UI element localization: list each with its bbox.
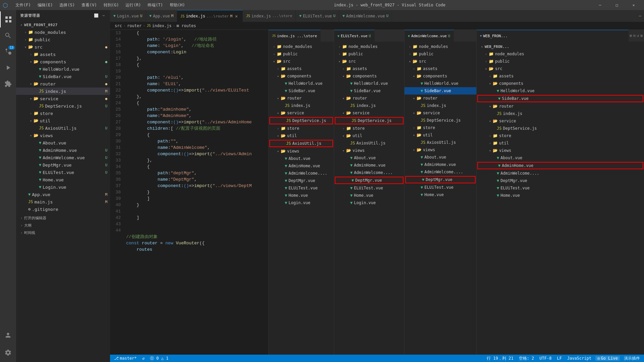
position-status[interactable]: 行 19，列 21 bbox=[485, 356, 515, 361]
tree-item-login[interactable]: ▼ Login.vue bbox=[16, 183, 110, 191]
list-item[interactable]: › 📁 store bbox=[334, 125, 404, 132]
breadcrumb-part[interactable]: src bbox=[115, 23, 122, 28]
list-item[interactable]: › 📁 store bbox=[405, 124, 476, 131]
search-icon[interactable] bbox=[0, 27, 16, 44]
panel-tab-store[interactable]: JS index.js ...\store bbox=[269, 30, 321, 42]
new-file-icon[interactable]: ⬜ bbox=[93, 13, 100, 18]
list-item[interactable]: › 📁 assets bbox=[269, 65, 334, 72]
menu-goto[interactable]: 转到(G) bbox=[102, 2, 121, 9]
list-item-axiosutil-highlight[interactable]: JS AxiosUtil.js bbox=[269, 140, 333, 147]
tree-item-deptmgr[interactable]: ▼ DeptMgr.vue U bbox=[16, 161, 110, 169]
list-item[interactable]: ▼ About.vue bbox=[269, 155, 334, 162]
list-item[interactable]: ▼ About.vue bbox=[405, 154, 476, 161]
list-item[interactable]: ▼ HelloWorld.vue bbox=[269, 80, 334, 87]
list-item[interactable]: ▼ AdminHome.vue bbox=[269, 162, 334, 170]
list-item[interactable]: ▼ About.vue bbox=[477, 154, 644, 162]
list-item[interactable]: ▼ ELUiTest.vue bbox=[334, 184, 404, 192]
list-item[interactable]: ▾ 📂 views bbox=[269, 147, 334, 155]
tree-item-outline[interactable]: › 大纲 bbox=[16, 222, 110, 229]
list-item[interactable]: › 📁 store bbox=[477, 132, 644, 139]
breadcrumb-part[interactable]: index.js bbox=[152, 23, 172, 28]
tree-item-sidebar-vue[interactable]: ▼ SideBar.vue U bbox=[16, 73, 110, 80]
tab-app-vue[interactable]: ▼ App.vue M bbox=[146, 10, 177, 22]
breadcrumb-part[interactable]: router bbox=[127, 23, 142, 28]
extensions-icon[interactable] bbox=[0, 76, 16, 92]
list-item[interactable]: ▼ AdminWelcome.... bbox=[405, 168, 476, 176]
list-item[interactable]: › 📁 public bbox=[405, 50, 476, 58]
list-item[interactable]: ▾ 📂 util bbox=[405, 131, 476, 139]
sync-status[interactable]: ↺ bbox=[141, 356, 146, 361]
list-item[interactable]: ▾ 📂 components bbox=[405, 72, 476, 80]
tree-item-store[interactable]: › 📁 store bbox=[16, 110, 110, 117]
tree-item-adminhome[interactable]: ▼ AdminHome.vue U bbox=[16, 146, 110, 154]
list-item[interactable]: ▾ 📂 service bbox=[334, 109, 404, 117]
list-item[interactable]: ▼ Home.vue bbox=[405, 191, 476, 198]
errors-status[interactable]: ⓪ 0 △ 1 bbox=[149, 356, 170, 361]
tab-close-button[interactable]: ✕ bbox=[234, 13, 239, 19]
tab-index-js-store[interactable]: JS index.js ...\store bbox=[243, 10, 296, 22]
menu-run[interactable]: 运行(R) bbox=[123, 2, 143, 9]
new-folder-icon[interactable]: ⊟ bbox=[633, 34, 636, 38]
list-item[interactable]: › 📁 public bbox=[477, 58, 644, 65]
list-item[interactable]: ▾ 📂 router bbox=[334, 95, 404, 102]
list-item[interactable]: › 📁 assets bbox=[405, 65, 476, 72]
list-item[interactable]: ▼ Login.vue bbox=[334, 199, 404, 206]
new-file-icon[interactable]: ⊞ bbox=[630, 34, 632, 38]
spaces-status[interactable]: 空格: 2 bbox=[518, 356, 536, 361]
tree-item-project[interactable]: ▾ WEB_FRONT_0927 bbox=[16, 21, 110, 28]
list-item[interactable]: › 📁 public bbox=[334, 50, 404, 58]
tab-eluitest-vue[interactable]: ▼ ELUiTest.vue U bbox=[296, 10, 339, 22]
list-item[interactable]: ▼ Home.vue bbox=[269, 192, 334, 199]
live-share-status[interactable]: ◎ Go Live bbox=[595, 356, 620, 361]
list-item[interactable]: JS index.js bbox=[269, 102, 334, 109]
menu-file[interactable]: 文件(F) bbox=[13, 2, 33, 9]
list-item[interactable]: ▼ Home.vue bbox=[334, 192, 404, 199]
list-item-deptmgr-highlight[interactable]: ▼ DeptMgr.vue bbox=[335, 177, 404, 184]
list-item[interactable]: JS index.js bbox=[405, 102, 476, 109]
tree-item-public[interactable]: › 📁 public bbox=[16, 36, 110, 43]
source-control-icon[interactable]: 13 bbox=[0, 44, 16, 60]
list-item[interactable]: ▼ HelloWorld.vue bbox=[334, 80, 404, 87]
list-item[interactable]: ▾ 📂 service bbox=[269, 109, 334, 117]
panel-tab-eluitest[interactable]: ▼ ELUiTest.vue U bbox=[334, 30, 375, 42]
list-item[interactable]: JS DeptService.js bbox=[405, 117, 476, 124]
list-item[interactable]: › 📁 node_modules bbox=[269, 43, 334, 50]
list-item[interactable]: ▾ 📂 src bbox=[477, 65, 644, 72]
list-item[interactable]: ▼ AdminHome.vue bbox=[334, 162, 404, 169]
panel-tab-adminwelcome[interactable]: ▼ AdminWelcome.vue U bbox=[405, 30, 454, 42]
list-item[interactable]: JS DeptService.js bbox=[477, 125, 644, 132]
tree-item-index-js[interactable]: JS index.js M bbox=[16, 87, 110, 95]
list-item[interactable]: ▾ 📂 router bbox=[269, 95, 334, 102]
list-item[interactable]: › 📁 store bbox=[269, 125, 334, 132]
settings-icon[interactable] bbox=[0, 345, 16, 361]
extension-status[interactable]: 演示插件 bbox=[623, 356, 641, 361]
list-item[interactable]: ▼ ELUiTest.vue bbox=[405, 184, 476, 191]
breadcrumb-part[interactable]: ⊞ routes bbox=[177, 23, 196, 28]
list-item-adminhome-highlight[interactable]: ▼ AdminHome.vue bbox=[477, 162, 643, 169]
run-debug-icon[interactable] bbox=[0, 60, 16, 76]
list-item[interactable]: › 📁 node_modules bbox=[405, 43, 476, 50]
list-item[interactable]: ▾ 📂 views bbox=[334, 147, 404, 154]
tree-item-deptservice[interactable]: JS DeptService.js U bbox=[16, 102, 110, 110]
list-item[interactable]: › 📁 assets bbox=[477, 72, 644, 80]
list-item[interactable]: ▾ 📂 util bbox=[334, 132, 404, 139]
menu-terminal[interactable]: 终端(T) bbox=[146, 2, 165, 9]
language-status[interactable]: JavaScript bbox=[566, 356, 593, 361]
list-item-deptmgr-highlight[interactable]: ▼ DeptMgr.vue bbox=[405, 176, 476, 183]
list-item[interactable]: ▼ SideBar.vue bbox=[334, 87, 404, 95]
list-item[interactable]: ▼ AdminWelcome.... bbox=[477, 170, 644, 177]
code-container[interactable]: 1314151617 1819202122 2324252627 2829303… bbox=[110, 30, 268, 355]
list-item[interactable]: JS index.js bbox=[477, 110, 644, 117]
tab-login-vue[interactable]: ▼ Login.vue U bbox=[110, 10, 146, 22]
list-item[interactable]: ▾ 📂 router bbox=[477, 103, 644, 110]
list-item[interactable]: › 📁 public bbox=[269, 50, 334, 58]
list-item[interactable]: ▼ ELUiTest.vue bbox=[477, 184, 644, 192]
list-item[interactable]: ▾ 📂 router bbox=[405, 95, 476, 102]
tree-item-node-modules[interactable]: › 📁 node_modules bbox=[16, 28, 110, 36]
tree-item-home[interactable]: ▼ Home.vue bbox=[16, 176, 110, 183]
line-ending-status[interactable]: LF bbox=[555, 356, 563, 361]
tree-item-main-js[interactable]: JS main.js M bbox=[16, 198, 110, 205]
list-item[interactable]: ▼ AdminHome.vue bbox=[405, 161, 476, 168]
refresh-icon[interactable]: ↺ bbox=[637, 34, 639, 38]
list-item[interactable]: ▾ 📂 service bbox=[477, 117, 644, 125]
